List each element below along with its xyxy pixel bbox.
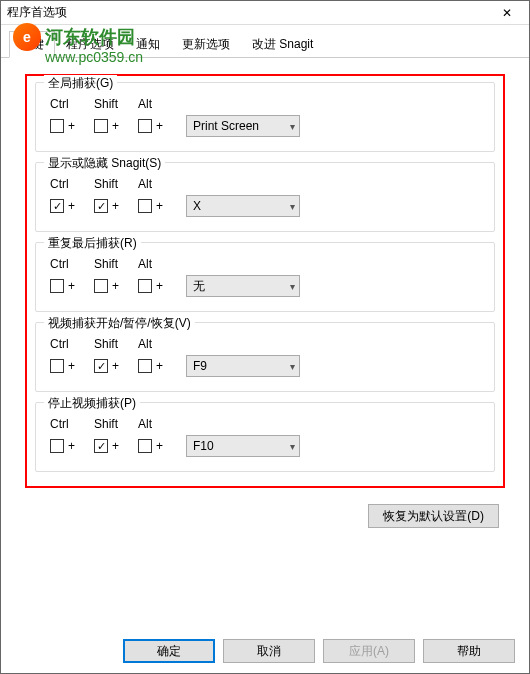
- alt-label: Alt: [138, 337, 182, 351]
- help-label: 帮助: [457, 643, 481, 660]
- hotkey-title-0: 全局捕获(G): [44, 75, 117, 92]
- ctrl-label: Ctrl: [50, 257, 94, 271]
- plus-sep: +: [156, 279, 163, 293]
- plus-sep: +: [68, 439, 75, 453]
- alt-label: Alt: [138, 257, 182, 271]
- chevron-down-icon: ▾: [290, 121, 295, 132]
- shift-label: Shift: [94, 337, 138, 351]
- shift-label: Shift: [94, 257, 138, 271]
- modifier-labels: CtrlShiftAlt: [50, 337, 480, 351]
- tab-0[interactable]: 热键: [9, 31, 55, 58]
- key-value-3: F9: [193, 359, 207, 373]
- ctrl-checkbox-4[interactable]: [50, 439, 64, 453]
- key-value-4: F10: [193, 439, 214, 453]
- plus-sep: +: [68, 119, 75, 133]
- alt-label: Alt: [138, 177, 182, 191]
- alt-checkbox-3[interactable]: [138, 359, 152, 373]
- chevron-down-icon: ▾: [290, 281, 295, 292]
- hotkey-highlight-box: 全局捕获(G)CtrlShiftAlt+++Print Screen▾显示或隐藏…: [25, 74, 505, 488]
- hotkey-section-0: 全局捕获(G)CtrlShiftAlt+++Print Screen▾: [35, 82, 495, 152]
- ctrl-checkbox-1[interactable]: [50, 199, 64, 213]
- hotkey-title-1: 显示或隐藏 Snagit(S): [44, 155, 165, 172]
- plus-sep: +: [156, 359, 163, 373]
- shift-checkbox-3[interactable]: [94, 359, 108, 373]
- tab-4[interactable]: 改进 Snagit: [241, 31, 324, 58]
- tab-bar: 热键程序选项通知更新选项改进 Snagit: [9, 31, 529, 58]
- hotkey-title-4: 停止视频捕获(P): [44, 395, 140, 412]
- content-area: 全局捕获(G)CtrlShiftAlt+++Print Screen▾显示或隐藏…: [1, 58, 529, 536]
- shift-checkbox-1[interactable]: [94, 199, 108, 213]
- ctrl-checkbox-3[interactable]: [50, 359, 64, 373]
- shift-checkbox-0[interactable]: [94, 119, 108, 133]
- key-select-1[interactable]: X▾: [186, 195, 300, 217]
- alt-label: Alt: [138, 417, 182, 431]
- key-value-2: 无: [193, 278, 205, 295]
- alt-checkbox-0[interactable]: [138, 119, 152, 133]
- alt-checkbox-1[interactable]: [138, 199, 152, 213]
- tab-1[interactable]: 程序选项: [55, 31, 125, 58]
- shift-checkbox-4[interactable]: [94, 439, 108, 453]
- apply-button[interactable]: 应用(A): [323, 639, 415, 663]
- plus-sep: +: [156, 439, 163, 453]
- hotkey-title-3: 视频捕获开始/暂停/恢复(V): [44, 315, 195, 332]
- window-close-button[interactable]: ✕: [485, 1, 529, 25]
- shift-label: Shift: [94, 417, 138, 431]
- plus-sep: +: [112, 199, 119, 213]
- plus-sep: +: [156, 119, 163, 133]
- key-select-4[interactable]: F10▾: [186, 435, 300, 457]
- alt-checkbox-2[interactable]: [138, 279, 152, 293]
- ok-button[interactable]: 确定: [123, 639, 215, 663]
- chevron-down-icon: ▾: [290, 201, 295, 212]
- key-select-0[interactable]: Print Screen▾: [186, 115, 300, 137]
- dialog-footer: 确定 取消 应用(A) 帮助: [123, 639, 515, 663]
- key-value-1: X: [193, 199, 201, 213]
- chevron-down-icon: ▾: [290, 441, 295, 452]
- modifier-row: +++无▾: [50, 275, 480, 297]
- hotkey-title-2: 重复最后捕获(R): [44, 235, 141, 252]
- shift-label: Shift: [94, 177, 138, 191]
- plus-sep: +: [112, 359, 119, 373]
- modifier-labels: CtrlShiftAlt: [50, 177, 480, 191]
- alt-label: Alt: [138, 97, 182, 111]
- plus-sep: +: [112, 439, 119, 453]
- shift-label: Shift: [94, 97, 138, 111]
- chevron-down-icon: ▾: [290, 361, 295, 372]
- key-value-0: Print Screen: [193, 119, 259, 133]
- window-title: 程序首选项: [7, 4, 67, 21]
- ctrl-label: Ctrl: [50, 177, 94, 191]
- help-button[interactable]: 帮助: [423, 639, 515, 663]
- restore-defaults-label: 恢复为默认设置(D): [383, 508, 484, 525]
- key-select-2[interactable]: 无▾: [186, 275, 300, 297]
- cancel-button[interactable]: 取消: [223, 639, 315, 663]
- key-select-3[interactable]: F9▾: [186, 355, 300, 377]
- ctrl-checkbox-2[interactable]: [50, 279, 64, 293]
- ctrl-label: Ctrl: [50, 337, 94, 351]
- plus-sep: +: [68, 359, 75, 373]
- restore-defaults-button[interactable]: 恢复为默认设置(D): [368, 504, 499, 528]
- hotkey-section-2: 重复最后捕获(R)CtrlShiftAlt+++无▾: [35, 242, 495, 312]
- plus-sep: +: [112, 279, 119, 293]
- close-icon: ✕: [502, 6, 512, 20]
- apply-label: 应用(A): [349, 643, 389, 660]
- alt-checkbox-4[interactable]: [138, 439, 152, 453]
- ctrl-label: Ctrl: [50, 97, 94, 111]
- modifier-row: +++F10▾: [50, 435, 480, 457]
- shift-checkbox-2[interactable]: [94, 279, 108, 293]
- modifier-labels: CtrlShiftAlt: [50, 97, 480, 111]
- ok-label: 确定: [157, 643, 181, 660]
- plus-sep: +: [68, 279, 75, 293]
- tab-3[interactable]: 更新选项: [171, 31, 241, 58]
- titlebar: 程序首选项 ✕: [1, 1, 529, 25]
- hotkey-section-3: 视频捕获开始/暂停/恢复(V)CtrlShiftAlt+++F9▾: [35, 322, 495, 392]
- tab-2[interactable]: 通知: [125, 31, 171, 58]
- cancel-label: 取消: [257, 643, 281, 660]
- plus-sep: +: [68, 199, 75, 213]
- modifier-row: +++F9▾: [50, 355, 480, 377]
- plus-sep: +: [112, 119, 119, 133]
- hotkey-section-4: 停止视频捕获(P)CtrlShiftAlt+++F10▾: [35, 402, 495, 472]
- modifier-row: +++Print Screen▾: [50, 115, 480, 137]
- modifier-labels: CtrlShiftAlt: [50, 417, 480, 431]
- ctrl-checkbox-0[interactable]: [50, 119, 64, 133]
- hotkey-section-1: 显示或隐藏 Snagit(S)CtrlShiftAlt+++X▾: [35, 162, 495, 232]
- ctrl-label: Ctrl: [50, 417, 94, 431]
